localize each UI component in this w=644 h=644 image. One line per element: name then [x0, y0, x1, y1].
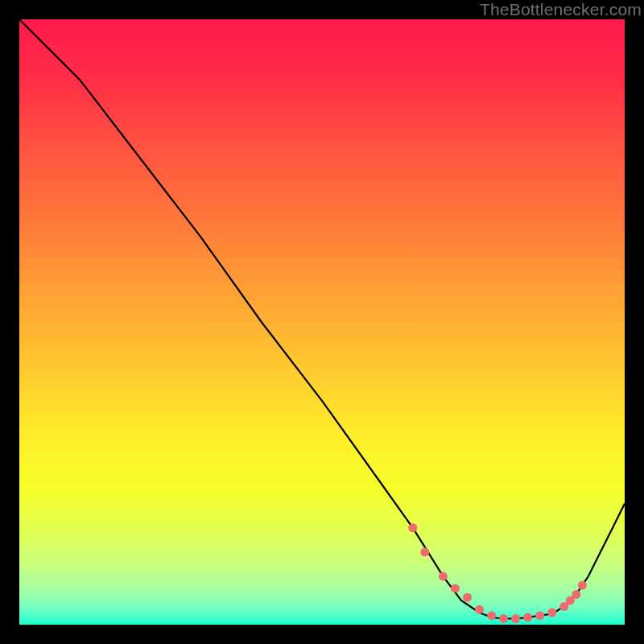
marker-point — [487, 611, 496, 620]
marker-point — [475, 605, 484, 614]
bottleneck-curve — [19, 19, 625, 619]
marker-point — [451, 584, 460, 592]
marker-point — [572, 590, 580, 599]
watermark-text: TheBottlenecker.com — [480, 0, 642, 19]
marker-point — [535, 611, 544, 620]
marker-point — [420, 547, 429, 556]
marker-point — [499, 614, 508, 623]
chart-overlay — [19, 19, 625, 625]
marker-point — [578, 581, 587, 590]
marker-point — [408, 523, 417, 532]
marker-point — [523, 613, 532, 622]
marker-point — [439, 572, 448, 580]
marker-point — [463, 593, 472, 602]
marker-point — [511, 614, 520, 623]
marker-point — [547, 609, 556, 617]
